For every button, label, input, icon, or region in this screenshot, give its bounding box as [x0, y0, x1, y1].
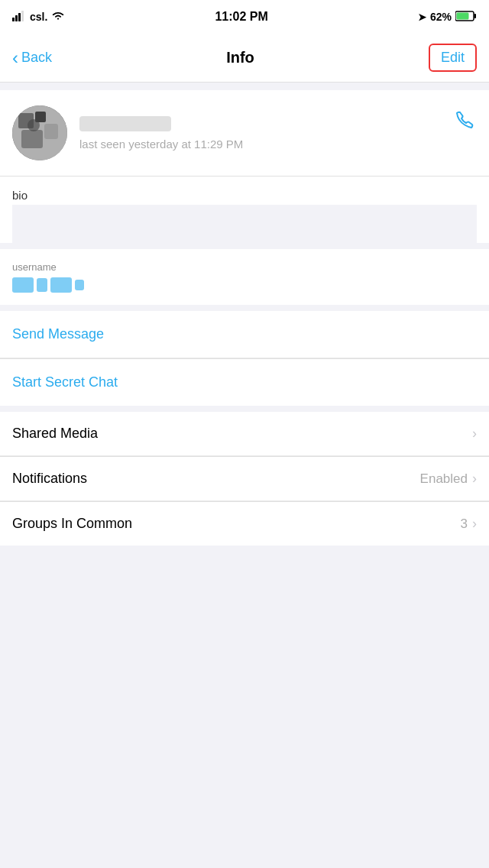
- back-label: Back: [21, 50, 52, 66]
- username-section: username: [0, 249, 489, 305]
- svg-rect-0: [12, 18, 15, 21]
- groups-in-common-row[interactable]: Groups In Common 3 ›: [0, 502, 489, 546]
- back-chevron-icon: ‹: [12, 47, 18, 69]
- section-divider-1: [0, 243, 489, 249]
- svg-rect-6: [456, 12, 468, 19]
- start-secret-chat-row[interactable]: Start Secret Chat: [0, 359, 489, 406]
- bio-label: bio: [12, 189, 477, 202]
- edit-button[interactable]: Edit: [429, 44, 477, 72]
- phone-icon[interactable]: [452, 108, 477, 138]
- profile-row: last seen yesterday at 11:29 PM: [0, 90, 489, 177]
- carrier-label: csl.: [30, 11, 47, 23]
- status-right: ➤ 62%: [418, 11, 477, 24]
- blur-3: [50, 277, 72, 293]
- svg-rect-11: [28, 119, 40, 131]
- page-title: Info: [226, 49, 254, 66]
- avatar: [12, 105, 67, 160]
- svg-rect-3: [21, 11, 24, 21]
- list-section: Shared Media › Notifications Enabled › G…: [0, 412, 489, 546]
- notifications-value: Enabled: [420, 471, 468, 487]
- svg-rect-12: [44, 124, 58, 139]
- profile-name-blur: [79, 116, 171, 131]
- groups-in-common-label: Groups In Common: [12, 516, 132, 532]
- shared-media-label: Shared Media: [12, 426, 98, 442]
- nav-bar: ‹ Back Info Edit: [0, 34, 489, 83]
- status-left: csl.: [12, 11, 65, 24]
- action-section: Send Message Start Secret Chat: [0, 311, 489, 406]
- svg-rect-5: [474, 14, 476, 18]
- shared-media-chevron-icon: ›: [472, 426, 477, 442]
- send-message-row[interactable]: Send Message: [0, 311, 489, 358]
- section-divider-3: [0, 406, 489, 412]
- notifications-label: Notifications: [12, 471, 87, 487]
- start-secret-chat-label: Start Secret Chat: [12, 374, 118, 390]
- svg-rect-1: [15, 15, 18, 21]
- notifications-right: Enabled ›: [420, 471, 477, 487]
- bio-content: [12, 205, 477, 243]
- groups-in-common-chevron-icon: ›: [472, 516, 477, 532]
- status-time: 11:02 PM: [215, 10, 267, 24]
- groups-in-common-right: 3 ›: [461, 516, 477, 532]
- send-message-label: Send Message: [12, 326, 104, 342]
- profile-left: last seen yesterday at 11:29 PM: [12, 105, 243, 160]
- svg-rect-2: [18, 13, 21, 21]
- signal-icon: [12, 11, 26, 24]
- blur-1: [12, 277, 34, 293]
- username-value: [12, 277, 477, 293]
- status-bar: csl. 11:02 PM ➤ 62%: [0, 0, 489, 34]
- profile-info: last seen yesterday at 11:29 PM: [79, 116, 243, 151]
- wifi-icon: [51, 11, 65, 24]
- back-button[interactable]: ‹ Back: [12, 47, 52, 69]
- battery-percent: 62%: [430, 11, 452, 23]
- location-icon: ➤: [418, 11, 426, 23]
- notifications-chevron-icon: ›: [472, 471, 477, 487]
- notifications-row[interactable]: Notifications Enabled ›: [0, 457, 489, 501]
- username-label: username: [12, 261, 477, 273]
- profile-status: last seen yesterday at 11:29 PM: [79, 138, 243, 151]
- shared-media-row[interactable]: Shared Media ›: [0, 412, 489, 456]
- shared-media-right: ›: [472, 426, 477, 442]
- blur-2: [37, 278, 47, 292]
- svg-rect-10: [21, 130, 43, 148]
- bio-section: bio: [0, 177, 489, 243]
- profile-section: last seen yesterday at 11:29 PM bio: [0, 90, 489, 243]
- blur-4: [75, 280, 84, 290]
- battery-icon: [455, 11, 477, 24]
- section-divider-2: [0, 305, 489, 311]
- groups-in-common-value: 3: [461, 517, 468, 532]
